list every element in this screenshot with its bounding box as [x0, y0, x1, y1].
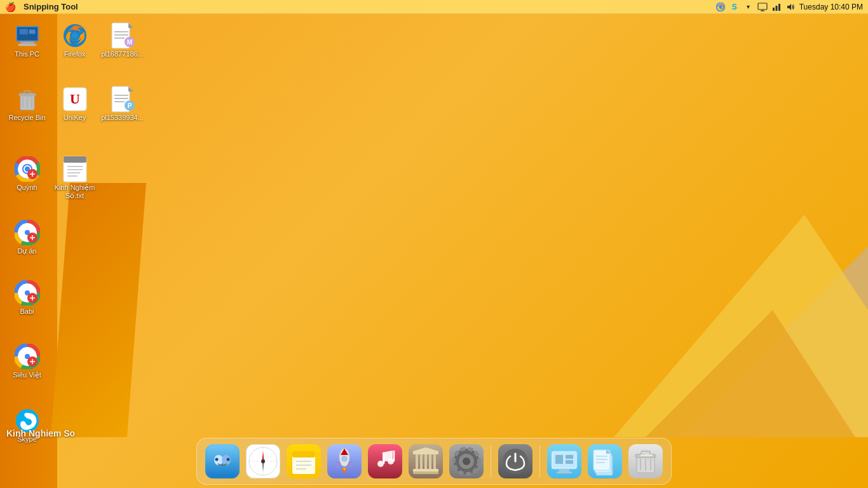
svg-rect-119 — [559, 469, 569, 471]
svg-rect-31 — [24, 91, 31, 94]
svg-rect-94 — [348, 461, 353, 468]
svg-rect-106 — [420, 454, 423, 469]
dock-item-notes[interactable] — [285, 442, 323, 480]
power-icon — [498, 444, 532, 478]
firefox-icon-img — [62, 23, 88, 48]
chrome-quynh-icon-img — [15, 156, 40, 182]
unikey-label: UniKey — [64, 114, 86, 122]
documents-icon — [588, 444, 622, 478]
svg-rect-5 — [758, 3, 767, 10]
recycle-label: Recycle Bin — [8, 114, 45, 122]
svg-point-4 — [719, 5, 722, 8]
desktop-icon-this-pc[interactable]: This PC — [3, 19, 51, 62]
dock-item-finder[interactable] — [203, 442, 241, 480]
chrome-status-icon[interactable] — [715, 2, 726, 12]
svg-rect-17 — [29, 29, 35, 34]
launchpad-icon — [327, 444, 362, 478]
desktop-icon-quynh[interactable]: Quỳnh — [3, 152, 51, 196]
svg-marker-38 — [128, 86, 133, 92]
dock-item-documents[interactable] — [586, 442, 624, 480]
svg-text:M: M — [126, 39, 132, 46]
finder-icon — [205, 444, 240, 478]
babi-label: Babi — [20, 308, 34, 316]
skype-status-icon[interactable]: S — [729, 2, 740, 12]
svg-rect-103 — [413, 469, 438, 471]
clock[interactable]: Tuesday 10:40 PM — [799, 3, 863, 11]
sieuviet-label: Siêu Việt — [13, 371, 41, 379]
dock-item-music[interactable] — [366, 442, 404, 480]
library-icon — [409, 444, 443, 478]
desktop: 🍎 Snipping Tool S ▾ Tuesday 10: — [0, 0, 868, 488]
active-app-name[interactable]: Snipping Tool — [24, 2, 78, 11]
desktop-icon-unikey[interactable]: U UniKey — [51, 83, 98, 126]
this-pc-icon-img — [15, 23, 40, 48]
dock-item-trash[interactable] — [627, 442, 665, 480]
signal-icon[interactable] — [771, 2, 782, 12]
svg-point-100 — [388, 458, 394, 464]
svg-rect-120 — [557, 471, 572, 473]
svg-rect-109 — [433, 454, 436, 469]
svg-rect-93 — [336, 461, 341, 468]
dock-separator-2 — [539, 445, 540, 477]
desktop-icon-skype[interactable]: Skype — [3, 404, 51, 447]
svg-point-95 — [342, 456, 347, 461]
svg-rect-8 — [773, 8, 775, 11]
desktop-icon-file2[interactable]: P pl15339934... — [98, 83, 146, 126]
trash-icon — [628, 444, 663, 478]
svg-rect-105 — [416, 454, 418, 469]
svg-point-115 — [463, 458, 470, 465]
safari-icon — [246, 444, 280, 478]
dock-item-launchpad[interactable] — [325, 442, 363, 480]
dock-item-desktop[interactable] — [545, 442, 583, 480]
quynh-label: Quỳnh — [17, 184, 37, 192]
desktop-icon-firefox[interactable]: Firefox — [51, 19, 98, 62]
dock — [196, 437, 672, 488]
desktop-icon-duan[interactable]: Dự án — [3, 216, 51, 259]
svg-rect-104 — [413, 451, 438, 454]
svg-marker-110 — [413, 447, 438, 451]
note-label: Kinh Nghiệm Số.txt — [53, 184, 96, 200]
svg-rect-15 — [18, 44, 36, 46]
svg-rect-10 — [778, 4, 780, 11]
desktop-icon-sieuviet[interactable]: Siêu Việt — [3, 340, 51, 383]
svg-rect-107 — [424, 454, 427, 469]
file1-label: pl16877186... — [101, 50, 144, 58]
apple-menu[interactable]: 🍎 — [5, 2, 16, 12]
desktop-icon-babi[interactable]: Babi — [3, 276, 51, 320]
music-icon — [368, 444, 402, 478]
svg-point-77 — [215, 458, 219, 461]
menubar: 🍎 Snipping Tool S ▾ Tuesday 10: — [0, 0, 868, 14]
system-prefs-icon — [449, 444, 484, 478]
desktop-icon-note[interactable]: Kinh Nghiệm Số.txt — [51, 152, 98, 204]
menubar-right: S ▾ Tuesday 10:40 PM — [715, 2, 863, 12]
notification-arrow[interactable]: ▾ — [743, 2, 754, 12]
dock-item-library[interactable] — [407, 442, 445, 480]
volume-icon[interactable] — [785, 2, 796, 12]
desktop-icon-recycle[interactable]: Recycle Bin — [3, 83, 51, 126]
chrome-sieuviet-icon-img — [15, 344, 40, 369]
svg-rect-123 — [566, 460, 573, 464]
dock-item-system-prefs[interactable] — [447, 442, 485, 480]
dock-item-power[interactable] — [496, 442, 534, 480]
svg-rect-108 — [429, 454, 431, 469]
svg-rect-53 — [64, 156, 86, 163]
menubar-left: 🍎 Snipping Tool — [5, 2, 78, 12]
svg-point-85 — [261, 459, 265, 463]
chrome-babi-icon-img — [15, 280, 40, 306]
monitor-icon[interactable] — [757, 2, 768, 12]
svg-rect-9 — [775, 6, 777, 11]
this-pc-label: This PC — [15, 50, 39, 58]
svg-text:P: P — [127, 102, 132, 109]
file2-icon-img: P — [110, 86, 135, 112]
dock-item-safari[interactable] — [244, 442, 282, 480]
bg-shape-1 — [51, 183, 146, 437]
file1-icon-img: M — [110, 23, 135, 48]
bottom-label: Kinh Nghiem So — [0, 428, 75, 438]
svg-point-20 — [72, 32, 78, 39]
svg-text:U: U — [70, 91, 80, 107]
note-icon-img — [62, 156, 88, 182]
dock-container — [196, 438, 672, 485]
unikey-icon-img: U — [62, 86, 88, 112]
desktop-icon-file1[interactable]: M pl16877186... — [98, 19, 146, 62]
svg-marker-23 — [128, 23, 133, 28]
